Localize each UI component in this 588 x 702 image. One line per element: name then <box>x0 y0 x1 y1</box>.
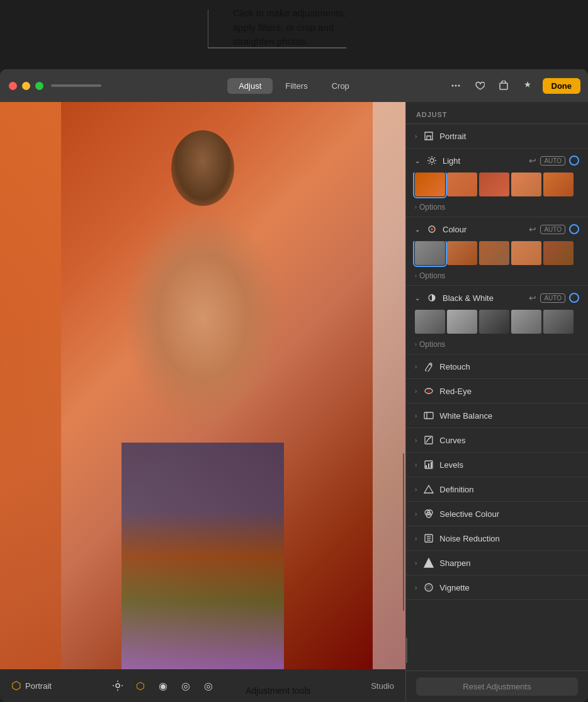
colour-section-title: Colour <box>443 225 524 234</box>
colour-options-row[interactable]: › Options <box>406 269 588 285</box>
light-auto-badge[interactable]: AUTO <box>540 156 565 166</box>
close-button[interactable] <box>9 82 17 90</box>
svg-rect-23 <box>424 412 433 419</box>
colour-toggle[interactable] <box>569 224 579 234</box>
toolbar-icons: ⬡ ◉ ◎ ◎ <box>111 679 215 693</box>
bottom-annotation: Adjustment tools <box>246 686 311 696</box>
brightness-slider[interactable] <box>51 84 101 87</box>
bw-undo-icon[interactable]: ↩ <box>529 293 536 303</box>
chevron-right-red-eye-icon: › <box>415 388 417 395</box>
svg-rect-25 <box>425 436 433 444</box>
tab-filters[interactable]: Filters <box>274 78 319 94</box>
bw-thumb-1[interactable] <box>447 310 477 334</box>
noise-reduction-label: Noise Reduction <box>439 534 579 543</box>
sidebar-item-vignette[interactable]: › Vignette <box>406 575 588 600</box>
light-thumb-4[interactable] <box>543 173 574 196</box>
options-chevron-light-icon: › <box>415 204 417 210</box>
studio-label: Studio <box>371 681 394 691</box>
colour-thumbnails <box>406 241 588 269</box>
sidebar-item-sharpen[interactable]: › Sharpen <box>406 551 588 575</box>
bw-controls: ↩ AUTO <box>529 293 579 303</box>
bw-thumb-4[interactable] <box>543 310 574 334</box>
bw-toggle[interactable] <box>569 293 579 303</box>
sidebar-item-selective-colour[interactable]: › Selective Colour <box>406 502 588 526</box>
colour-section-header[interactable]: ⌄ Colour ↩ AUTO <box>406 217 588 241</box>
bw-icon <box>426 292 438 303</box>
chevron-right-selective-icon: › <box>415 511 417 518</box>
svg-point-22 <box>427 390 430 392</box>
light-thumb-0[interactable] <box>415 173 445 196</box>
light-options-label: Options <box>419 203 445 212</box>
svg-line-14 <box>429 157 429 158</box>
chevron-right-sharpen-icon: › <box>415 560 417 567</box>
bw-thumb-3[interactable] <box>511 310 541 334</box>
colour-undo-icon[interactable]: ↩ <box>529 224 536 234</box>
bw-options-row[interactable]: › Options <box>406 337 588 354</box>
sidebar-item-white-balance[interactable]: › White Balance <box>406 404 588 428</box>
sidebar-item-curves[interactable]: › Curves <box>406 428 588 453</box>
colour-auto-badge[interactable]: AUTO <box>540 225 565 234</box>
sun-icon-tool[interactable] <box>111 679 125 693</box>
sidebar-section-bw: ⌄ Black & White ↩ AUTO <box>406 286 588 354</box>
light-thumb-2[interactable] <box>479 173 509 196</box>
maximize-button[interactable] <box>35 82 43 90</box>
minimize-button[interactable] <box>22 82 30 90</box>
sidebar-scroll[interactable]: › Portrait ⌄ <box>406 124 588 671</box>
reset-adjustments-button[interactable]: Reset Adjustments <box>416 677 578 696</box>
light-thumb-3[interactable] <box>511 173 541 196</box>
colour-thumb-2[interactable] <box>479 241 509 265</box>
sidebar-item-red-eye[interactable]: › Red-Eye <box>406 379 588 404</box>
bw-thumb-0[interactable] <box>415 310 445 334</box>
chevron-right-definition-icon: › <box>415 486 417 493</box>
light-undo-icon[interactable]: ↩ <box>529 156 536 166</box>
chevron-right-icon: › <box>415 133 417 140</box>
sidebar-item-noise-reduction[interactable]: › Noise Reduction <box>406 526 588 551</box>
svg-point-9 <box>430 159 434 162</box>
colour-thumb-4[interactable] <box>543 241 574 265</box>
colour-thumb-3[interactable] <box>511 241 541 265</box>
sharpen-icon <box>423 557 434 569</box>
bw-section-header[interactable]: ⌄ Black & White ↩ AUTO <box>406 286 588 310</box>
svg-line-15 <box>434 163 435 164</box>
sidebar-item-definition[interactable]: › Definition <box>406 477 588 502</box>
light-icon <box>426 155 438 166</box>
svg-point-4 <box>116 684 120 688</box>
light-toggle[interactable] <box>569 156 579 166</box>
light-controls: ↩ AUTO <box>529 156 579 166</box>
light-options-row[interactable]: › Options <box>406 200 588 217</box>
favorite-button[interactable] <box>471 77 489 94</box>
magic-button[interactable] <box>519 77 536 94</box>
annotation-line-bottom <box>406 638 407 663</box>
sidebar-item-retouch[interactable]: › Retouch <box>406 354 588 379</box>
chevron-right-curves-icon: › <box>415 437 417 444</box>
curves-label: Curves <box>439 436 579 445</box>
light-section-header[interactable]: ⌄ Light ↩ <box>406 149 588 173</box>
red-eye-icon <box>423 385 434 397</box>
vignette-icon <box>423 582 434 593</box>
circle-dark-icon[interactable]: ◉ <box>156 679 170 693</box>
selective-colour-label: Selective Colour <box>439 509 579 519</box>
bw-auto-badge[interactable]: AUTO <box>540 293 565 303</box>
circle-icon-1[interactable]: ◎ <box>179 679 193 693</box>
cube-tool-icon[interactable]: ⬡ <box>133 679 147 693</box>
more-options-button[interactable] <box>447 77 465 94</box>
circle-icon-2[interactable]: ◎ <box>201 679 215 693</box>
annotation-line-right <box>403 453 404 611</box>
main-content: ⬡ Portrait ⬡ ◉ ◎ <box>0 102 588 702</box>
portrait-label: Portrait <box>439 132 579 141</box>
colour-thumb-1[interactable] <box>447 241 477 265</box>
window-controls <box>9 82 43 90</box>
callout-line <box>208 47 346 48</box>
light-section-title: Light <box>443 156 524 166</box>
colour-thumb-0[interactable] <box>415 241 445 265</box>
share-button[interactable] <box>495 77 512 94</box>
bw-options-label: Options <box>419 340 445 349</box>
light-thumb-1[interactable] <box>447 173 477 196</box>
tab-adjust[interactable]: Adjust <box>227 78 273 94</box>
sidebar-item-portrait[interactable]: › Portrait <box>406 124 588 149</box>
bw-thumb-2[interactable] <box>479 310 509 334</box>
sidebar-item-levels[interactable]: › Levels <box>406 453 588 477</box>
tab-crop[interactable]: Crop <box>320 78 361 94</box>
portrait-mode-label[interactable]: ⬡ Portrait <box>11 679 52 693</box>
done-button[interactable]: Done <box>543 78 581 94</box>
